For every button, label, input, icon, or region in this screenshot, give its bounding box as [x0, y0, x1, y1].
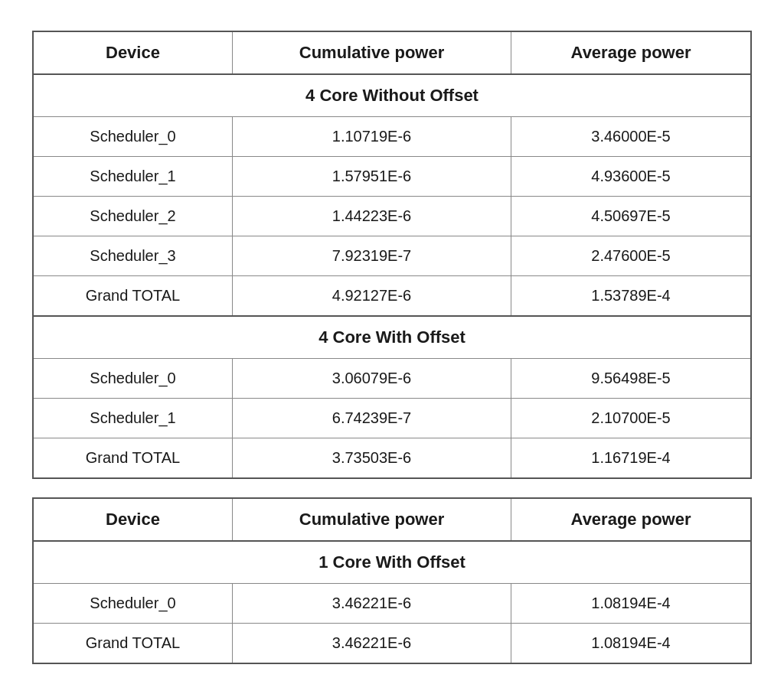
col-header-cumulative: Cumulative power: [232, 31, 511, 74]
device-cell: Scheduler_1: [33, 157, 232, 197]
section-title: 4 Core With Offset: [33, 316, 751, 359]
table-row: Scheduler_21.44223E-64.50697E-5: [33, 197, 751, 236]
table-row: Scheduler_37.92319E-72.47600E-5: [33, 236, 751, 276]
cumulative-cell: 1.44223E-6: [232, 197, 511, 236]
table-row: Scheduler_03.06079E-69.56498E-5: [33, 359, 751, 399]
device-cell: Grand TOTAL: [33, 624, 232, 664]
cumulative-cell: 1.10719E-6: [232, 117, 511, 157]
average-cell: 9.56498E-5: [511, 359, 751, 399]
average-cell: 4.93600E-5: [511, 157, 751, 197]
col-header-average-2: Average power: [511, 498, 751, 541]
section-title: 4 Core Without Offset: [33, 74, 751, 117]
device-cell: Scheduler_0: [33, 584, 232, 624]
cumulative-cell: 4.92127E-6: [232, 276, 511, 317]
main-table-2: Device Cumulative power Average power 1 …: [32, 497, 752, 664]
header-row: Device Cumulative power Average power: [33, 31, 751, 74]
table-row: Grand TOTAL3.46221E-61.08194E-4: [33, 624, 751, 664]
cumulative-cell: 1.57951E-6: [232, 157, 511, 197]
cumulative-cell: 3.73503E-6: [232, 438, 511, 479]
device-cell: Scheduler_0: [33, 117, 232, 157]
section-header-row: 1 Core With Offset: [33, 541, 751, 584]
col-header-cumulative-2: Cumulative power: [232, 498, 511, 541]
section-header-row: 4 Core With Offset: [33, 316, 751, 359]
header-row-2: Device Cumulative power Average power: [33, 498, 751, 541]
main-table-1: Device Cumulative power Average power 4 …: [32, 31, 752, 479]
table-row: Grand TOTAL4.92127E-61.53789E-4: [33, 276, 751, 317]
average-cell: 2.10700E-5: [511, 399, 751, 438]
average-cell: 3.46000E-5: [511, 117, 751, 157]
table-row: Scheduler_11.57951E-64.93600E-5: [33, 157, 751, 197]
average-cell: 1.53789E-4: [511, 276, 751, 317]
device-cell: Scheduler_0: [33, 359, 232, 399]
cumulative-cell: 6.74239E-7: [232, 399, 511, 438]
cumulative-cell: 3.06079E-6: [232, 359, 511, 399]
average-cell: 1.08194E-4: [511, 624, 751, 664]
average-cell: 2.47600E-5: [511, 236, 751, 276]
table-row: Scheduler_03.46221E-61.08194E-4: [33, 584, 751, 624]
average-cell: 1.08194E-4: [511, 584, 751, 624]
average-cell: 1.16719E-4: [511, 438, 751, 479]
device-cell: Scheduler_2: [33, 197, 232, 236]
device-cell: Grand TOTAL: [33, 438, 232, 479]
cumulative-cell: 3.46221E-6: [232, 624, 511, 664]
cumulative-cell: 7.92319E-7: [232, 236, 511, 276]
page-container: Device Cumulative power Average power 4 …: [17, 15, 767, 694]
device-cell: Scheduler_1: [33, 399, 232, 438]
col-header-device: Device: [33, 31, 232, 74]
section-header-row: 4 Core Without Offset: [33, 74, 751, 117]
table-row: Scheduler_16.74239E-72.10700E-5: [33, 399, 751, 438]
table-wrapper-2: Device Cumulative power Average power 1 …: [32, 497, 752, 664]
table-row: Scheduler_01.10719E-63.46000E-5: [33, 117, 751, 157]
table-wrapper-1: Device Cumulative power Average power 4 …: [32, 31, 752, 479]
device-cell: Scheduler_3: [33, 236, 232, 276]
section-title: 1 Core With Offset: [33, 541, 751, 584]
device-cell: Grand TOTAL: [33, 276, 232, 317]
col-header-device-2: Device: [33, 498, 232, 541]
table-row: Grand TOTAL3.73503E-61.16719E-4: [33, 438, 751, 479]
col-header-average: Average power: [511, 31, 751, 74]
cumulative-cell: 3.46221E-6: [232, 584, 511, 624]
average-cell: 4.50697E-5: [511, 197, 751, 236]
